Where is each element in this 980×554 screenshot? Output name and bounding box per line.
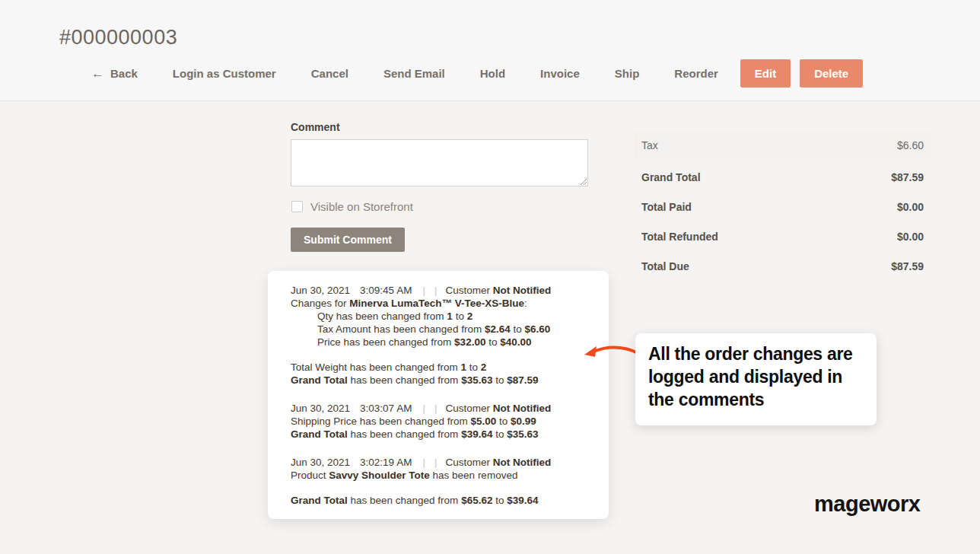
totals-label: Total Paid: [641, 201, 692, 213]
comment-line: Qty has been changed from 1 to 2: [291, 310, 586, 323]
totals-value: $0.00: [897, 201, 924, 213]
comment-entry-header: Jun 30, 20213:09:45 AM||Customer Not Not…: [291, 284, 586, 297]
comments-log-card: Jun 30, 20213:09:45 AM||Customer Not Not…: [268, 271, 609, 519]
totals-label: Total Refunded: [641, 231, 718, 243]
comment-time: 3:03:07 AM: [360, 403, 412, 414]
comment-line: Changes for Minerva LumaTech™ V-Tee-XS-B…: [291, 297, 586, 310]
comment-text: to: [453, 310, 467, 322]
comment-entry: Jun 30, 20213:09:45 AM||Customer Not Not…: [291, 284, 586, 387]
send-email-button[interactable]: Send Email: [383, 67, 445, 80]
comment-line: Grand Total has been changed from $39.64…: [291, 428, 586, 441]
comment-value-bold: 2: [467, 310, 473, 322]
comment-value-bold: 1: [460, 361, 466, 373]
totals-label: Total Due: [641, 260, 689, 272]
back-button-label: Back: [110, 67, 138, 80]
cancel-button[interactable]: Cancel: [311, 67, 348, 80]
totals-row: Grand Total$87.59: [634, 162, 931, 192]
totals-row: Total Paid$0.00: [634, 192, 931, 221]
totals-value: $6.60: [897, 139, 924, 151]
back-arrow-icon: ←: [91, 66, 104, 81]
comment-line: Tax Amount has been changed from $2.64 t…: [291, 323, 586, 336]
comment-line: Price has been changed from $32.00 to $4…: [291, 336, 586, 349]
comment-value-bold: $2.64: [485, 323, 511, 335]
comment-entry: Jun 30, 20213:02:19 AM||Customer Not Not…: [291, 456, 586, 507]
comment-text: to: [496, 416, 511, 427]
visible-on-storefront-label[interactable]: Visible on Storefront: [310, 200, 413, 213]
comment-line: Grand Total has been changed from $65.62…: [291, 494, 586, 507]
comment-value-bold: $0.99: [511, 416, 536, 427]
comment-line: Grand Total has been changed from $35.63…: [291, 374, 586, 387]
comment-text: Total Weight has been changed from: [291, 361, 460, 373]
comment-text: Price has been changed from: [317, 336, 454, 348]
separator: |: [422, 285, 425, 296]
totals-row: Tax$6.60: [634, 132, 931, 158]
comment-value-bold: Grand Total: [291, 428, 348, 440]
totals-value: $87.59: [891, 171, 924, 183]
notified-status: Not Notified: [493, 403, 552, 414]
separator: |: [434, 403, 438, 414]
reorder-button[interactable]: Reorder: [674, 67, 718, 80]
comment-text: to: [492, 374, 507, 386]
comment-entry: Jun 30, 20213:03:07 AM||Customer Not Not…: [291, 402, 586, 441]
comment-value-bold: $6.60: [524, 323, 550, 335]
comment-value-bold: $65.62: [461, 495, 492, 506]
comment-date: Jun 30, 2021: [291, 403, 350, 414]
comment-text: has been changed from: [348, 428, 461, 440]
comment-textarea[interactable]: [291, 139, 588, 186]
customer-label: Customer: [445, 457, 492, 468]
delete-button[interactable]: Delete: [800, 59, 863, 88]
cancel-button-label: Cancel: [311, 67, 348, 80]
comment-text: to: [492, 495, 507, 506]
reorder-button-label: Reorder: [674, 67, 718, 80]
totals-value: $87.59: [891, 260, 924, 272]
comment-value-bold: $32.00: [454, 336, 485, 348]
comment-time: 3:09:45 AM: [360, 285, 412, 296]
comment-text: to: [466, 361, 481, 373]
submit-comment-button[interactable]: Submit Comment: [291, 228, 405, 252]
mageworx-logo: mageworx: [814, 492, 920, 517]
comment-value-bold: $39.64: [507, 495, 538, 506]
comment-date: Jun 30, 2021: [291, 457, 350, 468]
comment-time: 3:02:19 AM: [360, 457, 412, 468]
order-number-title: #000000003: [59, 26, 177, 49]
edit-button-label: Edit: [755, 67, 776, 80]
comment-text: has been changed from: [348, 374, 461, 386]
separator: |: [422, 457, 425, 468]
visible-on-storefront-checkbox[interactable]: [291, 201, 303, 212]
totals-row: Total Due$87.59: [634, 251, 931, 281]
comment-text: to: [511, 323, 525, 335]
comment-field-label: Comment: [291, 121, 340, 133]
comment-line: Total Weight has been changed from 1 to …: [291, 361, 586, 374]
ship-button[interactable]: Ship: [615, 67, 640, 80]
login-as-customer-button[interactable]: Login as Customer: [173, 67, 276, 80]
order-toolbar: ←BackLogin as CustomerCancelSend EmailHo…: [91, 58, 863, 89]
customer-label: Customer: [445, 285, 492, 296]
comment-text: Qty has been changed from: [317, 310, 447, 322]
totals-label: Grand Total: [641, 171, 701, 183]
delete-button-label: Delete: [814, 67, 848, 80]
send-email-button-label: Send Email: [383, 67, 445, 80]
annotation-callout: All the order changes are logged and dis…: [635, 333, 877, 425]
comment-text: Changes for: [291, 298, 349, 309]
comment-date: Jun 30, 2021: [291, 285, 350, 296]
comment-value-bold: 2: [481, 361, 487, 373]
comment-text: Shipping Price has been changed from: [291, 416, 470, 427]
comment-text: has been changed from: [348, 495, 461, 506]
comment-text: to: [492, 428, 507, 440]
comment-value-bold: $35.63: [461, 374, 492, 386]
edit-button[interactable]: Edit: [740, 59, 791, 88]
hold-button[interactable]: Hold: [480, 67, 505, 80]
comment-value-bold: $35.63: [507, 428, 538, 440]
comment-text: has been removed: [430, 470, 518, 481]
comment-value-bold: $5.00: [470, 416, 496, 427]
totals-label: Tax: [641, 139, 658, 151]
comment-text: :: [524, 298, 527, 309]
back-button[interactable]: ←Back: [91, 66, 138, 81]
comment-value-bold: Grand Total: [291, 495, 348, 506]
comment-value-bold: $40.00: [500, 336, 531, 348]
notified-status: Not Notified: [493, 285, 552, 296]
invoice-button-label: Invoice: [540, 67, 580, 80]
invoice-button[interactable]: Invoice: [540, 67, 580, 80]
comment-value-bold: $39.64: [461, 428, 492, 440]
totals-value: $0.00: [897, 231, 924, 243]
